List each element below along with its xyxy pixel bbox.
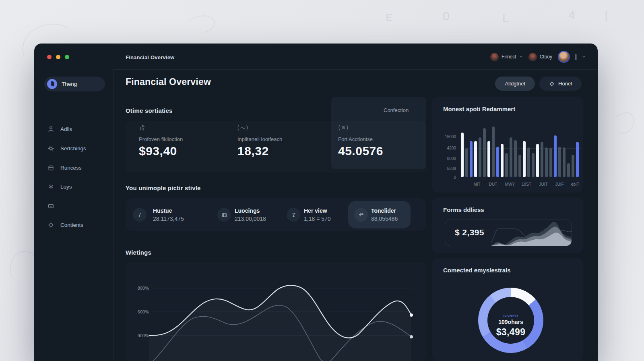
- account-menu-primary[interactable]: Firnect: [490, 53, 523, 61]
- at-icon: [338, 123, 349, 132]
- sidebar-item-label: Sertchings: [60, 145, 86, 151]
- y-tick: 8000: [447, 156, 456, 161]
- return-arrow-icon: [354, 208, 368, 222]
- svg-text:600%: 600%: [138, 309, 149, 314]
- honel-button[interactable]: Honel: [539, 77, 582, 91]
- header-actions: Alldgtnet Honel: [495, 77, 582, 91]
- svg-text:900%: 900%: [138, 333, 149, 338]
- metric-label: Luocings: [235, 207, 260, 214]
- page-title: Financial Overview: [126, 77, 211, 87]
- donut-card-title: Comected emyslestrals: [443, 267, 511, 274]
- confection-link[interactable]: Confection: [384, 107, 409, 113]
- metric-item-tonclider[interactable]: Tonclider 88,055486: [348, 201, 411, 228]
- svg-text:4: 4: [568, 8, 575, 22]
- chat-icon: [47, 203, 54, 210]
- minimize-window-button[interactable]: [56, 55, 60, 59]
- metric-value: 28.1173,475: [153, 216, 184, 222]
- diamond-icon: [47, 222, 54, 228]
- sidebar: Theng Adlls Sertchings Runcess Loys Cont…: [34, 69, 114, 361]
- stats-heading: Otime sortiaties: [126, 107, 173, 114]
- bar: [479, 137, 481, 177]
- sidebar-item-runcess[interactable]: Runcess: [47, 164, 82, 171]
- sidebar-item-adlls[interactable]: Adlls: [47, 126, 72, 133]
- bar: [505, 153, 508, 177]
- bar: [545, 147, 548, 177]
- line-chart-heading: Wietings: [126, 249, 151, 256]
- topbar-title: Financial Overview: [126, 54, 174, 60]
- forms-card: Forms ddliess $ 2,395: [432, 197, 583, 253]
- bar: [527, 147, 530, 177]
- stat-value: 45.0576: [338, 144, 383, 158]
- martini-icon: [287, 208, 300, 222]
- bar: [576, 142, 579, 177]
- metric-value: 88,055486: [371, 216, 398, 222]
- close-window-button[interactable]: [47, 55, 52, 59]
- app-window: Financial Overview Firnect Ctooy Theng A…: [34, 44, 598, 361]
- chevron-down-icon[interactable]: [582, 56, 586, 58]
- bar: [487, 141, 490, 177]
- account-menu-secondary[interactable]: Ctooy: [528, 53, 552, 61]
- card-icon: [47, 164, 54, 171]
- sidebar-item-contients[interactable]: Contients: [47, 222, 83, 228]
- bar: [496, 147, 499, 177]
- bar: [492, 127, 495, 177]
- sidebar-item-label: Loys: [60, 184, 72, 190]
- bar: [549, 148, 552, 177]
- user-icon: [47, 126, 54, 133]
- stat-value: 18,32: [237, 144, 269, 158]
- line-chart-card: 800% 600% 900%: [126, 262, 426, 361]
- donut-card: Comected emyslestrals CARED 109ohars $3,…: [432, 258, 583, 361]
- x-tick: MWY: [505, 182, 515, 187]
- bar: [514, 140, 517, 177]
- metric-label: Tonclider: [371, 207, 396, 214]
- svg-text:E: E: [386, 12, 392, 23]
- chevron-down-icon: [519, 56, 523, 58]
- donut-tag: CARED: [487, 314, 534, 318]
- y-tick: 0: [454, 175, 456, 180]
- line-chart: 800% 600% 900%: [126, 262, 426, 361]
- donut-value: $3,499: [487, 327, 534, 338]
- user-avatar[interactable]: [558, 51, 570, 63]
- asterisk-icon: [47, 183, 54, 190]
- account-label: Ctooy: [540, 54, 552, 60]
- x-tick: MIT: [473, 182, 480, 187]
- avatar: [490, 53, 499, 61]
- sidebar-item-label: Theng: [62, 81, 77, 87]
- bar: [536, 144, 539, 177]
- zoom-window-button[interactable]: [65, 55, 69, 59]
- x-tick: ebIT: [571, 182, 579, 187]
- sidebar-item-label: Adlls: [60, 126, 72, 132]
- bar-series: [461, 121, 580, 177]
- metrics-heading: You unimople pictir stivle: [126, 185, 201, 191]
- donut-label: 109ohars: [487, 319, 534, 325]
- alldgtnet-button[interactable]: Alldgtnet: [495, 77, 535, 91]
- forms-card-title: Forms ddliess: [443, 206, 484, 213]
- bar-chart-title: Monest apoti Redammert: [443, 106, 515, 112]
- sparkline-chart: [491, 220, 572, 246]
- sidebar-item-label: Contients: [60, 222, 83, 228]
- topbar-right: Firnect Ctooy: [490, 51, 586, 63]
- donut-chart: CARED 109ohars $3,499: [478, 288, 543, 353]
- sidebar-item-loys[interactable]: Loys: [47, 183, 72, 190]
- metric-value: 1,18 = 570: [304, 216, 331, 222]
- donut-center-text: CARED 109ohars $3,499: [487, 314, 534, 338]
- sidebar-item-chat[interactable]: [47, 203, 60, 210]
- x-tick: JUIF: [555, 182, 564, 187]
- bar: [483, 128, 486, 177]
- bar: [474, 141, 477, 177]
- bar: [532, 153, 535, 177]
- x-tick: JUIT: [539, 182, 547, 187]
- squiggle-icon: [237, 123, 248, 132]
- sidebar-item-theng[interactable]: Theng: [44, 77, 105, 91]
- x-tick: DUT: [489, 182, 497, 187]
- y-tick: 15000: [445, 135, 456, 139]
- account-label: Firnect: [502, 54, 516, 60]
- stat-value: $93,40: [139, 144, 177, 158]
- svg-text:800%: 800%: [138, 286, 149, 290]
- number-7-icon: 7: [133, 208, 147, 222]
- bar: [558, 147, 561, 177]
- topbar: Financial Overview Firnect Ctooy: [34, 44, 598, 69]
- sidebar-item-sertchings[interactable]: Sertchings: [47, 145, 86, 152]
- sidebar-item-label: Runcess: [60, 165, 82, 171]
- bar: [518, 155, 521, 177]
